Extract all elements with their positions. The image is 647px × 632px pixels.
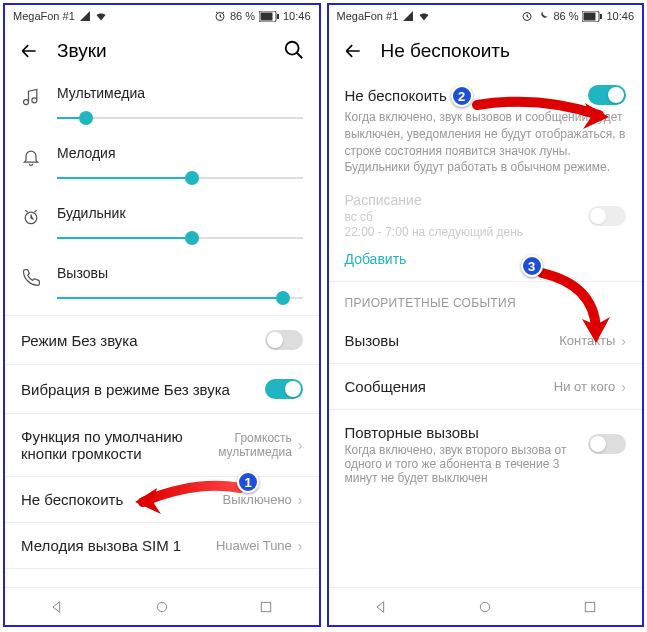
carrier-label: MegaFon #1 <box>13 10 75 22</box>
time-label: 10:46 <box>606 10 634 22</box>
nav-recent[interactable] <box>236 595 296 619</box>
section-priority: ПРИОРИТЕТНЫЕ СОБЫТИЯ <box>329 281 643 318</box>
setting-label: Функция по умолчанию кнопки громкости <box>21 428 192 462</box>
schedule-time: 22:00 - 7:00 на следующий день <box>345 225 524 239</box>
slider-alarm: Будильник <box>5 195 319 255</box>
phone-icon <box>21 267 43 291</box>
chevron-right-icon: › <box>621 333 626 349</box>
svg-rect-10 <box>584 12 596 20</box>
page-title: Звуки <box>57 40 283 62</box>
music-icon <box>21 87 43 111</box>
add-schedule-link[interactable]: Добавить <box>329 245 643 281</box>
schedule-toggle[interactable] <box>588 206 626 226</box>
svg-rect-13 <box>585 602 594 611</box>
slider-label: Мелодия <box>57 145 303 161</box>
battery-icon <box>259 11 279 22</box>
dnd-toggle[interactable] <box>588 85 626 105</box>
svg-rect-3 <box>277 14 279 19</box>
nav-home[interactable] <box>132 595 192 619</box>
setting-label: Повторные вызовы <box>345 424 589 441</box>
battery-label: 86 % <box>230 10 255 22</box>
header: Звуки <box>5 27 319 75</box>
header: Не беспокоить <box>329 27 643 75</box>
setting-label: Не беспокоить <box>21 491 223 508</box>
phone-left: MegaFon #1 86 % 10:46 Звуки <box>3 3 321 627</box>
chevron-right-icon: › <box>298 492 303 508</box>
sim1-ringtone-row[interactable]: Мелодия вызова SIM 1 Huawei Tune › <box>5 522 319 568</box>
svg-point-4 <box>285 42 298 55</box>
dnd-toggle-row: Не беспокоить <box>329 75 643 107</box>
setting-label: Режим Без звука <box>21 332 265 349</box>
svg-rect-2 <box>260 12 272 20</box>
setting-value: Выключено <box>223 492 292 507</box>
svg-point-6 <box>157 602 166 611</box>
nav-bar <box>5 587 319 625</box>
volume-key-row[interactable]: Функция по умолчанию кнопки громкости Гр… <box>5 413 319 476</box>
annotation-badge-1: 1 <box>237 471 259 493</box>
chevron-right-icon: › <box>621 379 626 395</box>
page-title: Не беспокоить <box>381 40 631 62</box>
svg-point-12 <box>481 602 490 611</box>
setting-label: Вибрация в режиме Без звука <box>21 381 265 398</box>
slider-label: Вызовы <box>57 265 303 281</box>
annotation-badge-2: 2 <box>451 85 473 107</box>
bell-icon <box>21 147 43 171</box>
slider-ringtone: Мелодия <box>5 135 319 195</box>
moon-icon <box>537 10 549 22</box>
schedule-days: вс сб <box>345 210 524 224</box>
signal-icon <box>79 10 91 22</box>
chevron-right-icon: › <box>298 538 303 554</box>
setting-label: Сообщения <box>345 378 554 395</box>
setting-value: Ни от кого <box>554 379 616 394</box>
slider-track[interactable] <box>57 107 303 129</box>
battery-icon <box>582 11 602 22</box>
silent-toggle[interactable] <box>265 330 303 350</box>
wifi-icon <box>418 10 430 22</box>
setting-label: Вызовы <box>345 332 560 349</box>
time-label: 10:46 <box>283 10 311 22</box>
chevron-right-icon: › <box>298 437 303 453</box>
setting-label: Мелодия вызова SIM 1 <box>21 537 216 554</box>
dnd-row[interactable]: Не беспокоить Выключено › <box>5 476 319 522</box>
back-button[interactable] <box>341 39 365 63</box>
slider-label: Мультимедиа <box>57 85 303 101</box>
vibrate-row[interactable]: Вибрация в режиме Без звука <box>5 364 319 413</box>
silent-mode-row[interactable]: Режим Без звука <box>5 315 319 364</box>
nav-recent[interactable] <box>560 595 620 619</box>
slider-track[interactable] <box>57 227 303 249</box>
slider-track[interactable] <box>57 167 303 189</box>
setting-value: Huawei Tune <box>216 538 292 553</box>
clock-icon <box>21 207 43 231</box>
annotation-badge-3: 3 <box>521 255 543 277</box>
vibrate-toggle[interactable] <box>265 379 303 399</box>
priority-calls-row[interactable]: Вызовы Контакты › <box>329 318 643 363</box>
schedule-title: Расписание <box>345 192 524 208</box>
nav-home[interactable] <box>455 595 515 619</box>
priority-messages-row[interactable]: Сообщения Ни от кого › <box>329 363 643 409</box>
back-button[interactable] <box>17 39 41 63</box>
repeat-calls-row[interactable]: Повторные вызовы Когда включено, звук вт… <box>329 409 643 499</box>
repeat-toggle[interactable] <box>588 434 626 454</box>
alarm-icon <box>214 10 226 22</box>
status-bar: MegaFon #1 86 % 10:46 <box>329 5 643 27</box>
svg-rect-7 <box>262 602 271 611</box>
slider-calls: Вызовы <box>5 255 319 315</box>
setting-value: Громкость мультимедиа <box>192 431 292 460</box>
battery-label: 86 % <box>553 10 578 22</box>
signal-icon <box>402 10 414 22</box>
phone-right: MegaFon #1 86 % 10:46 Не беспокоить Не б… <box>327 3 645 627</box>
nav-back[interactable] <box>351 595 411 619</box>
slider-media: Мультимедиа <box>5 75 319 135</box>
slider-label: Будильник <box>57 205 303 221</box>
slider-track[interactable] <box>57 287 303 309</box>
search-button[interactable] <box>283 39 307 63</box>
nav-bar <box>329 587 643 625</box>
schedule-row[interactable]: Расписание вс сб 22:00 - 7:00 на следующ… <box>329 186 643 245</box>
carrier-label: MegaFon #1 <box>337 10 399 22</box>
dnd-description: Когда включено, звук вызовов и сообщений… <box>329 107 643 186</box>
setting-description: Когда включено, звук второго вызова от о… <box>345 443 589 485</box>
nav-back[interactable] <box>27 595 87 619</box>
status-bar: MegaFon #1 86 % 10:46 <box>5 5 319 27</box>
svg-rect-11 <box>600 14 602 19</box>
wifi-icon <box>95 10 107 22</box>
